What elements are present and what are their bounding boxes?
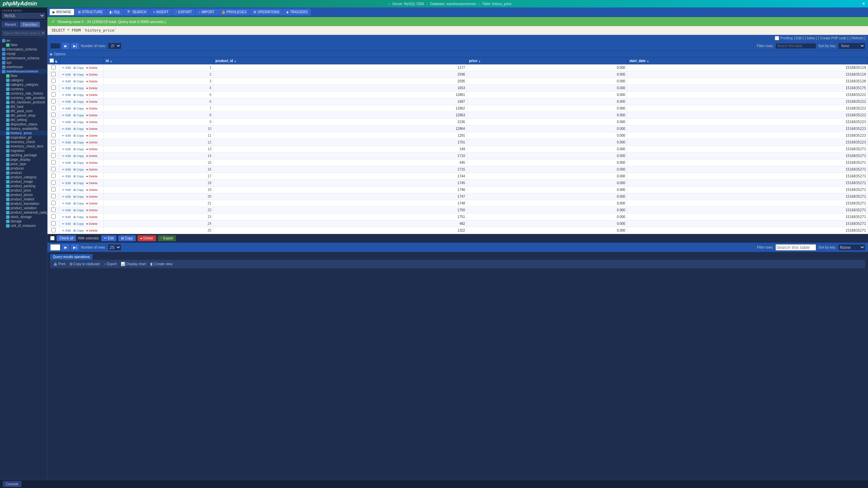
sidebar-item-performance_schema[interactable]: performance_schema <box>0 56 47 60</box>
delete-btn-8[interactable]: ● Delete <box>85 114 98 117</box>
row-checkbox-5[interactable] <box>51 92 56 97</box>
sidebar-item-information_schema[interactable]: information_schema <box>0 47 47 52</box>
page-input-top[interactable]: 1 <box>50 43 60 49</box>
sort-select-top[interactable]: None <box>838 43 865 49</box>
edit-btn-10[interactable]: ✏ Edit <box>61 127 72 131</box>
edit-btn-13[interactable]: ✏ Edit <box>61 148 72 151</box>
row-checkbox-24[interactable] <box>51 221 56 226</box>
copy-btn-24[interactable]: ⊞ Copy <box>73 222 85 226</box>
sort-select-bottom[interactable]: None <box>838 244 865 251</box>
toolbar-tab-insert[interactable]: + INSERT <box>150 9 172 15</box>
filter-input-bottom[interactable] <box>775 244 816 251</box>
filter-input-top[interactable] <box>775 43 816 49</box>
nav-last-top[interactable]: ▶| <box>71 43 79 49</box>
nav-next-top[interactable]: ▶ <box>62 43 69 49</box>
edit-btn-5[interactable]: ✏ Edit <box>61 93 72 97</box>
sidebar-filter-clear[interactable]: ✕ <box>42 31 44 35</box>
delete-btn-24[interactable]: ● Delete <box>85 222 98 226</box>
toolbar-tab-privileges[interactable]: 🔒 PRIVILEGES <box>218 9 250 15</box>
row-checkbox-2[interactable] <box>51 72 56 76</box>
copy-btn-22[interactable]: ⊞ Copy <box>73 209 85 212</box>
sidebar-item-currency_rate_provider[interactable]: currency_rate_provider <box>0 96 47 100</box>
edit-btn-25[interactable]: ✏ Edit <box>61 229 72 232</box>
copy-btn-18[interactable]: ⊞ Copy <box>73 181 85 185</box>
toolbar-tab-import[interactable]: ↓ IMPORT <box>196 9 218 15</box>
sidebar-item-unit_of_measure[interactable]: unit_of_measure <box>0 223 47 228</box>
sidebar-item-dhl_parcel_shop[interactable]: dhl_parcel_shop <box>0 113 47 118</box>
profiling-create-php[interactable]: [ Create PHP code ] <box>818 36 848 40</box>
copy-btn-8[interactable]: ⊞ Copy <box>73 114 85 117</box>
copy-btn-13[interactable]: ⊞ Copy <box>73 148 85 151</box>
copy-btn-23[interactable]: ⊞ Copy <box>73 215 85 219</box>
delete-btn-12[interactable]: ● Delete <box>85 141 98 144</box>
qro-print-btn[interactable]: 🖶 Print <box>54 262 65 266</box>
sidebar-item-new[interactable]: New <box>0 43 47 47</box>
sidebar-item-product_image[interactable]: product_image <box>0 179 47 184</box>
row-checkbox-18[interactable] <box>51 180 56 185</box>
delete-btn-2[interactable]: ● Delete <box>85 73 98 76</box>
sidebar-item-storage[interactable]: storage <box>0 219 47 223</box>
edit-btn-16[interactable]: ✏ Edit <box>61 168 72 171</box>
edit-btn-7[interactable]: ✏ Edit <box>61 107 72 110</box>
console-button[interactable]: Console <box>3 481 21 487</box>
delete-btn-22[interactable]: ● Delete <box>85 209 98 212</box>
delete-btn-16[interactable]: ● Delete <box>85 168 98 171</box>
copy-btn-10[interactable]: ⊞ Copy <box>73 127 85 131</box>
sidebar-item-product_related[interactable]: product_related <box>0 197 47 201</box>
copy-btn-6[interactable]: ⊞ Copy <box>73 100 85 103</box>
sidebar-item-history_price[interactable]: history_price <box>0 131 47 135</box>
copy-btn-14[interactable]: ⊞ Copy <box>73 154 85 158</box>
toolbar-tab-triggers[interactable]: ◈ TRIGGERS <box>283 9 311 15</box>
copy-btn-1[interactable]: ⊞ Copy <box>73 66 85 70</box>
copy-btn-17[interactable]: ⊞ Copy <box>73 175 85 178</box>
sidebar-item-new[interactable]: New <box>0 74 47 78</box>
delete-btn-10[interactable]: ● Delete <box>85 127 98 131</box>
select-all-checkbox[interactable] <box>50 58 54 63</box>
sidebar-item-product_webareat_category[interactable]: product_webareat_category <box>0 210 47 215</box>
sidebar-item-product_packing[interactable]: product_packing <box>0 184 47 188</box>
edit-btn-14[interactable]: ✏ Edit <box>61 154 72 158</box>
toolbar-tab-operations[interactable]: ⚙ OPERATIONS <box>250 9 282 15</box>
delete-btn-4[interactable]: ● Delete <box>85 86 98 90</box>
sidebar-item-producer[interactable]: producer <box>0 166 47 171</box>
favorites-button[interactable]: Favorites <box>20 22 40 27</box>
close-button[interactable]: ✕ <box>862 1 865 6</box>
sidebar-item-category[interactable]: category <box>0 78 47 82</box>
col-header-product_id[interactable]: product_id ▲ <box>213 57 467 64</box>
profiling-refresh[interactable]: [ Refresh ] <box>850 36 865 40</box>
sidebar-item-product_price[interactable]: product_price <box>0 188 47 193</box>
recent-button[interactable]: Recent <box>2 22 19 27</box>
ws-export-button[interactable]: ↑ Export <box>158 235 176 241</box>
sidebar-item-inventory_check[interactable]: inventory_check <box>0 140 47 144</box>
edit-btn-15[interactable]: ✏ Edit <box>61 161 72 164</box>
delete-btn-23[interactable]: ● Delete <box>85 215 98 219</box>
delete-btn-21[interactable]: ● Delete <box>85 202 98 205</box>
edit-btn-11[interactable]: ✏ Edit <box>61 134 72 137</box>
sidebar-item-stock_storage[interactable]: stock_storage <box>0 215 47 219</box>
options-toggle[interactable]: ▶ Options <box>50 52 65 56</box>
row-checkbox-7[interactable] <box>51 106 56 110</box>
sidebar-item-currency_rate_history[interactable]: currency_rate_history <box>0 91 47 96</box>
sidebar-item-currency[interactable]: currency <box>0 87 47 91</box>
row-checkbox-11[interactable] <box>51 133 56 137</box>
rows-select-top[interactable]: 2550100 <box>108 43 121 49</box>
delete-btn-13[interactable]: ● Delete <box>85 148 98 151</box>
rows-select-bottom[interactable]: 25 <box>108 244 121 251</box>
toolbar-tab-structure[interactable]: ⊞ STRUCTURE <box>75 9 106 15</box>
copy-btn-3[interactable]: ⊞ Copy <box>73 80 85 83</box>
sidebar-item-product_category[interactable]: product_category <box>0 175 47 179</box>
sidebar-item-category_category[interactable]: category_category <box>0 82 47 87</box>
nav-last-bottom[interactable]: ▶| <box>71 245 79 250</box>
copy-btn-4[interactable]: ⊞ Copy <box>73 86 85 90</box>
qro-display-chart-btn[interactable]: 📊 Display chart <box>121 262 146 266</box>
edit-btn-6[interactable]: ✏ Edit <box>61 100 72 103</box>
row-checkbox-15[interactable] <box>51 160 56 164</box>
ws-edit-button[interactable]: ✏ Edit <box>101 235 116 241</box>
check-all-bottom[interactable] <box>50 236 55 240</box>
sidebar-item-dhl_handover_protocol[interactable]: dhl_handover_protocol <box>0 100 47 104</box>
edit-btn-20[interactable]: ✏ Edit <box>61 195 72 198</box>
copy-btn-21[interactable]: ⊞ Copy <box>73 202 85 205</box>
nav-next-bottom[interactable]: ▶ <box>62 245 69 250</box>
qro-copy-clipboard-btn[interactable]: ⊞ Copy to clipboard <box>70 262 100 266</box>
sidebar-item-sys[interactable]: sys <box>0 60 47 65</box>
